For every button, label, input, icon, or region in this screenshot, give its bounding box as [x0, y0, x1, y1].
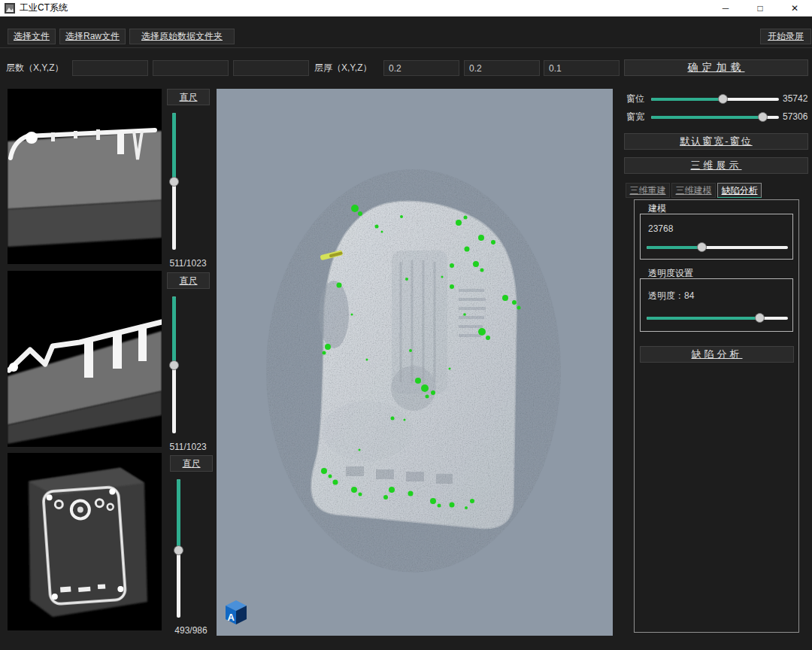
confirm-load-button[interactable]: 确定加载 [624, 59, 808, 76]
transparency-legend: 透明度设置 [647, 268, 695, 278]
slider-fill [172, 113, 176, 181]
window-level-value: 35742 [783, 91, 807, 107]
window-title: 工业CT系统 [20, 2, 68, 14]
default-window-button[interactable]: 默认窗宽-窗位 [624, 133, 808, 150]
slider-fill [647, 317, 759, 320]
volume-render [217, 89, 613, 636]
window-width-slider[interactable] [651, 112, 779, 122]
transparency-groupbox: 透明度设置 透明度：84 [640, 278, 793, 332]
slider-thumb[interactable] [169, 177, 179, 187]
modeling-legend: 建模 [647, 203, 668, 214]
thickness-z-input[interactable] [544, 60, 620, 76]
ct-slice-view-2[interactable] [8, 271, 162, 447]
select-file-button[interactable]: 选择文件 [8, 29, 56, 44]
minimize-button[interactable]: ─ [708, 0, 743, 17]
thickness-x-input[interactable] [383, 60, 459, 76]
app-icon [5, 3, 15, 14]
thickness-y-input[interactable] [464, 60, 540, 76]
slider-fill [647, 246, 701, 249]
slice-slider-1[interactable] [169, 113, 179, 250]
ruler-button-1[interactable]: 直尺 [167, 89, 210, 105]
tab-3d-reconstruction[interactable]: 三维重建 [626, 183, 670, 198]
slider-thumb[interactable] [718, 94, 728, 104]
toolbar-divider [0, 47, 812, 48]
window-width-label: 窗宽 [626, 109, 644, 125]
slice-position-1: 511/1023 [162, 256, 214, 272]
logo-letter: A [228, 612, 235, 623]
tab-3d-modeling[interactable]: 三维建模 [671, 183, 716, 198]
transparency-slider[interactable] [647, 313, 788, 323]
ruler-button-2[interactable]: 直尺 [167, 272, 210, 289]
ruler-button-3[interactable]: 直尺 [170, 455, 213, 472]
slider-thumb[interactable] [174, 545, 183, 555]
slider-thumb[interactable] [755, 313, 765, 323]
window-controls: ─ □ ✕ [708, 0, 812, 17]
ct-slice-view-1[interactable] [8, 89, 162, 264]
start-record-button[interactable]: 开始录屏 [760, 29, 811, 44]
slider-fill [177, 479, 180, 550]
titlebar: 工业CT系统 ─ □ ✕ [0, 0, 812, 17]
slice-slider-3[interactable] [174, 479, 183, 618]
ct-slice-image-1 [8, 89, 162, 264]
layers-label: 层数（X,Y,Z） [6, 60, 63, 76]
slice-slider-2[interactable] [169, 296, 179, 433]
tab-defect-analysis[interactable]: 缺陷分析 [717, 183, 762, 198]
show-3d-button[interactable]: 三维展示 [624, 157, 808, 174]
maximize-button[interactable]: □ [743, 0, 777, 17]
defect-analysis-button[interactable]: 缺陷分析 [640, 346, 794, 363]
select-raw-button[interactable]: 选择Raw文件 [59, 29, 126, 44]
layers-z-input[interactable] [233, 60, 309, 76]
window-width-value: 57306 [783, 109, 807, 125]
slider-fill [651, 98, 723, 101]
modeling-value: 23768 [648, 223, 673, 234]
slider-thumb[interactable] [697, 242, 707, 252]
window-level-slider[interactable] [651, 94, 779, 104]
close-button[interactable]: ✕ [777, 0, 812, 17]
ct-slice-image-2 [8, 271, 162, 447]
slider-fill [651, 116, 762, 119]
slice-position-2: 511/1023 [162, 439, 214, 455]
window-level-label: 窗位 [626, 91, 644, 107]
select-folder-button[interactable]: 选择原始数据文件夹 [129, 29, 235, 44]
app-window: 工业CT系统 ─ □ ✕ 选择文件 选择Raw文件 选择原始数据文件夹 开始录屏… [0, 0, 812, 650]
slider-thumb[interactable] [758, 112, 768, 122]
slider-thumb[interactable] [169, 360, 179, 370]
modeling-groupbox: 建模 23768 [640, 214, 793, 260]
layers-x-input[interactable] [72, 60, 148, 76]
render-viewport[interactable]: A [217, 89, 613, 636]
modeling-slider[interactable] [647, 242, 788, 252]
transparency-value: 透明度：84 [648, 290, 694, 302]
layers-y-input[interactable] [153, 60, 229, 76]
ct-slice-image-3 [8, 453, 162, 630]
tab-content-frame: 建模 23768 透明度设置 透明度：84 缺陷分析 [634, 199, 799, 633]
logo-cube-icon: A [223, 598, 250, 625]
thickness-label: 层厚（X,Y,Z） [314, 60, 371, 76]
slider-fill [172, 296, 176, 365]
ct-slice-view-3[interactable] [8, 453, 162, 630]
slice-position-3: 493/986 [165, 623, 217, 639]
